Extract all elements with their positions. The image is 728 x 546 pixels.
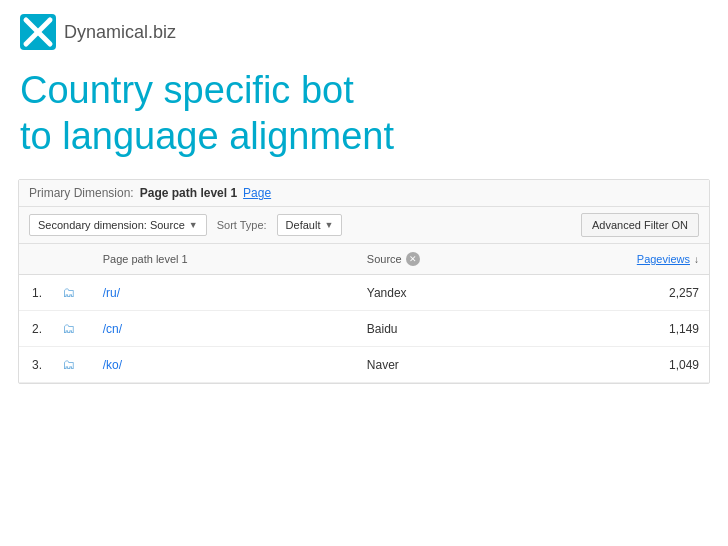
page-path-link[interactable]: /ru/ [103,286,120,300]
row-path-cell: /cn/ [93,311,357,347]
th-num [19,244,52,275]
data-table: Page path level 1 Source ✕ Pageviews ↓ [19,244,709,383]
th-icon [52,244,93,275]
title-area: Country specific bot to language alignme… [0,58,728,179]
sort-type-dropdown[interactable]: Default ▼ [277,214,343,236]
primary-dim-label: Primary Dimension: [29,186,134,200]
logo-icon [20,14,56,50]
th-page-path: Page path level 1 [93,244,357,275]
row-folder-icon: 🗂 [52,275,93,311]
th-source: Source ✕ [357,244,577,275]
row-pageviews: 1,149 [577,311,709,347]
pageviews-sort-icon: ↓ [694,254,699,265]
table-body: 1. 🗂 /ru/ Yandex 2,257 2. 🗂 /cn/ [19,275,709,383]
row-source: Naver [357,347,577,383]
row-source: Baidu [357,311,577,347]
row-pageviews: 2,257 [577,275,709,311]
row-pageviews: 1,049 [577,347,709,383]
advanced-filter-button[interactable]: Advanced Filter ON [581,213,699,237]
main-title: Country specific bot to language alignme… [20,68,708,159]
page-path-link[interactable]: /cn/ [103,322,122,336]
logo-text: Dynamical.biz [64,22,176,43]
row-folder-icon: 🗂 [52,347,93,383]
analytics-panel: Primary Dimension: Page path level 1 Pag… [18,179,710,384]
primary-dim-active-link[interactable]: Page path level 1 [140,186,237,200]
primary-dim-bar: Primary Dimension: Page path level 1 Pag… [19,180,709,207]
th-pageviews[interactable]: Pageviews ↓ [577,244,709,275]
sort-type-arrow-icon: ▼ [324,220,333,230]
folder-icon: 🗂 [62,321,75,336]
row-path-cell: /ru/ [93,275,357,311]
sort-type-label: Sort Type: [217,219,267,231]
secondary-dim-arrow-icon: ▼ [189,220,198,230]
header: Dynamical.biz [0,0,728,58]
title-line1: Country specific bot [20,68,708,114]
row-num: 3. [19,347,52,383]
table-header: Page path level 1 Source ✕ Pageviews ↓ [19,244,709,275]
row-path-cell: /ko/ [93,347,357,383]
row-source: Yandex [357,275,577,311]
table-row: 2. 🗂 /cn/ Baidu 1,149 [19,311,709,347]
source-close-icon[interactable]: ✕ [406,252,420,266]
logo: Dynamical.biz [20,14,176,50]
row-num: 1. [19,275,52,311]
table-row: 3. 🗂 /ko/ Naver 1,049 [19,347,709,383]
table-row: 1. 🗂 /ru/ Yandex 2,257 [19,275,709,311]
controls-bar: Secondary dimension: Source ▼ Sort Type:… [19,207,709,244]
row-num: 2. [19,311,52,347]
row-folder-icon: 🗂 [52,311,93,347]
folder-icon: 🗂 [62,357,75,372]
title-line2: to language alignment [20,114,708,160]
primary-dim-page-link[interactable]: Page [243,186,271,200]
secondary-dim-dropdown[interactable]: Secondary dimension: Source ▼ [29,214,207,236]
folder-icon: 🗂 [62,285,75,300]
page-path-link[interactable]: /ko/ [103,358,122,372]
